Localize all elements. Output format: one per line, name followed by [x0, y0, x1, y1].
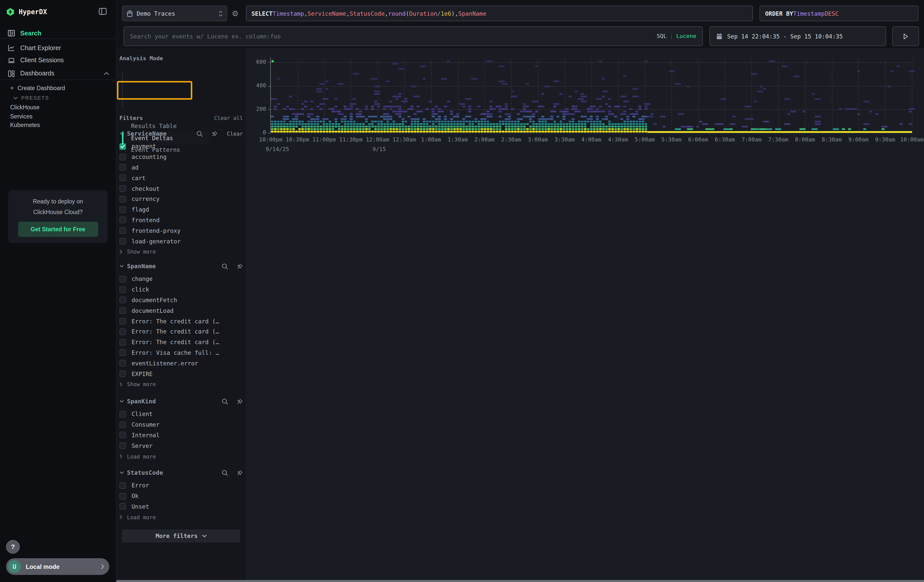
- user-menu[interactable]: U Local mode: [6, 558, 109, 575]
- duration-heatmap-chart[interactable]: [246, 48, 924, 215]
- chevron-right-icon[interactable]: [119, 382, 122, 387]
- chevron-down-icon[interactable]: [119, 400, 124, 403]
- filter-item-load-generator[interactable]: load-generator: [119, 236, 243, 246]
- checkbox[interactable]: [119, 371, 126, 377]
- checkbox[interactable]: [119, 350, 126, 356]
- pin-icon[interactable]: [236, 469, 243, 476]
- filter-item-ok[interactable]: Ok: [119, 491, 243, 501]
- checkbox[interactable]: [119, 328, 126, 335]
- checkbox[interactable]: [119, 307, 126, 314]
- filter-item-client[interactable]: Client: [119, 409, 243, 420]
- sidebar-collapse-icon[interactable]: [99, 8, 107, 15]
- checkbox[interactable]: [119, 493, 126, 499]
- app-logo[interactable]: HyperDX: [6, 7, 47, 17]
- checkbox[interactable]: [119, 196, 126, 203]
- filter-item-flagd[interactable]: flagd: [119, 204, 243, 215]
- show-more-link[interactable]: Show more: [119, 246, 243, 257]
- section-title[interactable]: SpanKind: [127, 398, 156, 405]
- chevron-down-icon[interactable]: [119, 265, 124, 268]
- check-icon[interactable]: [120, 145, 125, 148]
- search-icon[interactable]: [222, 469, 228, 476]
- lucene-toggle[interactable]: Lucene: [676, 33, 696, 40]
- filter-item-expire[interactable]: EXPIRE: [119, 368, 243, 379]
- checkbox[interactable]: [119, 503, 126, 510]
- checkbox[interactable]: [119, 164, 126, 171]
- sidebar-item-services[interactable]: Services: [0, 111, 116, 121]
- pin-icon[interactable]: [211, 130, 218, 137]
- filter-item-documentfetch[interactable]: documentFetch: [119, 295, 243, 305]
- filter-item-change[interactable]: change: [119, 274, 243, 284]
- horizontal-scrollbar[interactable]: [116, 580, 924, 582]
- section-title[interactable]: StatusCode: [127, 469, 163, 476]
- filter-item-error-the-credit-card-[interactable]: Error: The credit card (…: [119, 316, 243, 326]
- filter-item-frontend[interactable]: frontend: [119, 215, 243, 226]
- checkbox[interactable]: [119, 206, 126, 213]
- checkbox[interactable]: [119, 217, 126, 223]
- pin-icon[interactable]: [236, 398, 243, 405]
- checkbox[interactable]: [119, 175, 126, 181]
- filter-item-documentload[interactable]: documentLoad: [119, 305, 243, 316]
- filter-item-error-the-credit-card-[interactable]: Error: The credit card (…: [119, 326, 243, 337]
- filter-item-eventlistener-error[interactable]: eventListener.error: [119, 358, 243, 369]
- filter-item-server[interactable]: Server: [119, 440, 243, 451]
- filter-item-consumer[interactable]: Consumer: [119, 420, 243, 430]
- sql-toggle[interactable]: SQL: [657, 33, 667, 40]
- order-by-input[interactable]: ORDER BY Timestamp DESC: [759, 6, 918, 21]
- filter-item-error-the-credit-card-[interactable]: Error: The credit card (…: [119, 337, 243, 348]
- filter-item-error[interactable]: Error: [119, 480, 243, 491]
- search-icon[interactable]: [222, 398, 228, 405]
- sidebar-item-clickhouse[interactable]: ClickHouse: [0, 102, 116, 112]
- checkbox[interactable]: [119, 153, 126, 160]
- search-icon[interactable]: [222, 263, 228, 269]
- source-select[interactable]: Demo Traces: [122, 6, 227, 21]
- help-button[interactable]: ?: [6, 540, 20, 554]
- clear-all-filters-button[interactable]: Clear all: [214, 115, 243, 121]
- sidebar-item-search[interactable]: Search: [0, 26, 116, 40]
- filter-item-unset[interactable]: Unset: [119, 501, 243, 512]
- filter-item-ad[interactable]: ad: [119, 162, 243, 173]
- load-more-link[interactable]: Load more: [119, 512, 243, 523]
- checkbox[interactable]: [119, 339, 126, 345]
- run-query-button[interactable]: [892, 26, 919, 46]
- sql-select-input[interactable]: SELECT Timestamp, ServiceName, StatusCod…: [246, 6, 753, 21]
- section-title[interactable]: SpanName: [127, 263, 156, 270]
- presets-toggle[interactable]: PRESETS: [0, 93, 116, 103]
- checkbox[interactable]: [119, 238, 126, 244]
- section-clear-button[interactable]: Clear: [227, 130, 243, 137]
- sidebar-item-dashboards[interactable]: Dashboards: [0, 66, 116, 80]
- checkbox[interactable]: [119, 276, 126, 282]
- filter-item-error-visa-cache-full-[interactable]: Error: Visa cache full: …: [119, 348, 243, 358]
- more-filters-button[interactable]: More filters: [122, 529, 240, 542]
- section-title[interactable]: ServiceName: [127, 130, 167, 137]
- filter-item-payment[interactable]: payment: [119, 141, 243, 152]
- checkbox[interactable]: [119, 228, 126, 234]
- checkbox[interactable]: [119, 360, 126, 367]
- filter-item-cart[interactable]: cart: [119, 173, 243, 183]
- filter-item-internal[interactable]: Internal: [119, 430, 243, 440]
- checkbox[interactable]: [119, 411, 126, 417]
- sidebar-item-client-sessions[interactable]: Client Sessions: [0, 53, 116, 67]
- pin-icon[interactable]: [236, 263, 243, 269]
- filter-item-frontend-proxy[interactable]: frontend-proxy: [119, 226, 243, 236]
- checkbox[interactable]: [119, 318, 126, 325]
- filter-item-currency[interactable]: currency: [119, 194, 243, 204]
- filter-item-accounting[interactable]: accounting: [119, 152, 243, 162]
- sidebar-item-kubernetes[interactable]: Kubernetes: [0, 120, 116, 130]
- chevron-down-icon[interactable]: [119, 471, 124, 474]
- filter-item-click[interactable]: click: [119, 284, 243, 295]
- checkbox[interactable]: [119, 297, 126, 303]
- filter-item-checkout[interactable]: checkout: [119, 183, 243, 194]
- chevron-right-icon[interactable]: [119, 454, 122, 458]
- search-icon[interactable]: [196, 130, 203, 137]
- chevron-right-icon[interactable]: [119, 515, 122, 519]
- search-input[interactable]: Search your events w/ Lucene ex. column:…: [124, 26, 703, 46]
- load-more-link[interactable]: Load more: [119, 451, 243, 462]
- checkbox[interactable]: [119, 185, 126, 192]
- checkbox[interactable]: [119, 432, 126, 439]
- language-toggle[interactable]: SQL|Lucene: [657, 33, 696, 40]
- show-more-link[interactable]: Show more: [119, 379, 243, 390]
- gear-icon[interactable]: ⚙: [232, 9, 239, 18]
- checkbox[interactable]: [119, 286, 126, 293]
- checkbox[interactable]: [119, 443, 126, 449]
- chevron-right-icon[interactable]: [119, 249, 122, 254]
